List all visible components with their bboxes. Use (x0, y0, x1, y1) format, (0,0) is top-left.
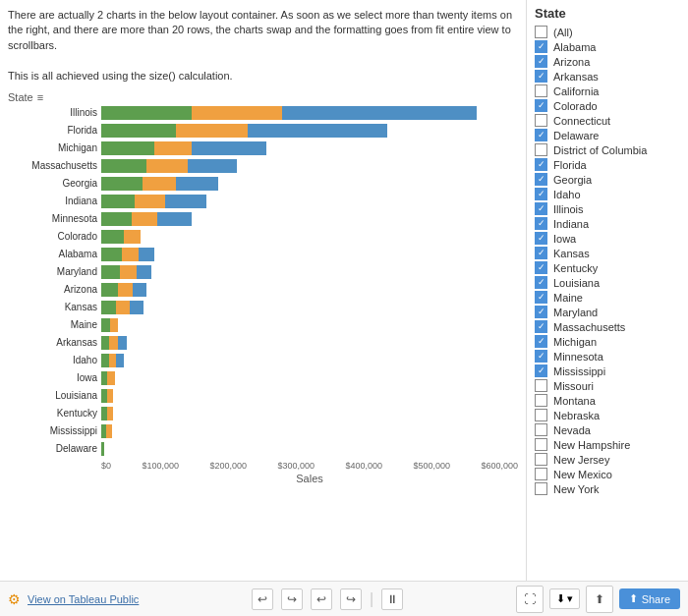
sidebar-item[interactable]: Illinois (527, 201, 688, 216)
download-button[interactable]: ⬇ ▾ (549, 588, 580, 609)
checkbox[interactable] (535, 276, 547, 289)
checkbox[interactable] (535, 247, 547, 259)
checkbox[interactable] (535, 55, 547, 68)
row-label: Alabama (8, 249, 101, 259)
bar-orange (120, 265, 137, 279)
checkbox[interactable] (535, 438, 547, 451)
row-label: Kentucky (8, 408, 101, 419)
sidebar-item-label: Arkansas (553, 71, 599, 83)
sidebar-item[interactable]: New Jersey (527, 452, 688, 467)
checkbox[interactable] (535, 129, 547, 141)
sidebar-item[interactable]: Louisiana (527, 275, 688, 290)
filter-icon[interactable]: ≡ (37, 91, 43, 103)
checkbox[interactable] (535, 114, 547, 127)
sidebar-item[interactable]: Missouri (527, 378, 688, 393)
sidebar-item-label: Illinois (553, 203, 584, 215)
checkbox[interactable] (535, 40, 547, 53)
sidebar-item[interactable]: Nevada (527, 422, 688, 437)
bar-green (101, 141, 154, 155)
back-button[interactable]: ↩ (311, 588, 332, 610)
checkbox[interactable] (535, 482, 547, 495)
sidebar-item[interactable]: Florida (527, 157, 688, 172)
row-label: Delaware (8, 443, 101, 454)
sidebar-item[interactable]: Idaho (527, 187, 688, 201)
sidebar-item-label: Iowa (553, 233, 576, 245)
checkbox[interactable] (535, 453, 547, 466)
forward-button[interactable]: ↪ (340, 588, 362, 610)
sidebar-item[interactable]: Arizona (527, 54, 688, 69)
checkbox[interactable] (535, 306, 547, 318)
checkbox[interactable] (535, 350, 547, 363)
sidebar-item[interactable]: Indiana (527, 216, 688, 231)
bar-green (101, 301, 116, 314)
sidebar-item[interactable]: New Hampshire (527, 437, 688, 452)
checkbox[interactable] (535, 173, 547, 186)
sidebar-item[interactable]: Connecticut (527, 113, 688, 128)
sidebar-item[interactable]: Kansas (527, 246, 688, 260)
checkbox[interactable] (535, 188, 547, 200)
checkbox[interactable] (535, 379, 547, 392)
checkbox[interactable] (535, 320, 547, 333)
table-row: Colorado (8, 229, 518, 245)
sidebar-item[interactable]: (All) (527, 25, 688, 39)
view-tableau-link[interactable]: View on Tableau Public (28, 593, 139, 605)
sidebar-item[interactable]: Maine (527, 290, 688, 305)
sidebar-item-label: New Hampshire (553, 439, 630, 451)
fullscreen-button[interactable]: ⛶ (516, 586, 544, 613)
row-bars (101, 177, 218, 191)
table-row: Florida (8, 123, 518, 139)
sidebar-item[interactable]: Alabama (527, 39, 688, 54)
sidebar-item[interactable]: New Mexico (527, 467, 688, 481)
checkbox[interactable] (535, 232, 547, 245)
checkbox[interactable] (535, 70, 547, 83)
sidebar-item-label: Colorado (553, 100, 598, 112)
checkbox[interactable] (535, 394, 547, 407)
undo-button[interactable]: ↩ (252, 588, 273, 610)
checkbox[interactable] (535, 423, 547, 436)
checkbox[interactable] (535, 84, 547, 97)
chart-wrapper: State ≡ IllinoisFloridaMichiganMassachus… (8, 91, 518, 581)
checkbox[interactable] (535, 217, 547, 230)
checkbox[interactable] (535, 409, 547, 421)
table-row: Kentucky (8, 406, 518, 421)
checkbox[interactable] (535, 261, 547, 274)
redo-button[interactable]: ↪ (281, 588, 303, 610)
checkbox[interactable] (535, 468, 547, 480)
sidebar-item-label: Delaware (553, 130, 599, 141)
sidebar-item[interactable]: Delaware (527, 128, 688, 142)
share-button[interactable]: ⬆ Share (619, 588, 680, 609)
sidebar-item[interactable]: New York (527, 481, 688, 496)
checkbox[interactable] (535, 158, 547, 171)
checkbox[interactable] (535, 291, 547, 304)
bar-orange (118, 283, 133, 297)
sidebar-item[interactable]: Montana (527, 393, 688, 408)
checkbox[interactable] (535, 364, 547, 377)
sidebar-item[interactable]: Maryland (527, 305, 688, 319)
sidebar-item[interactable]: Massachusetts (527, 319, 688, 334)
sidebar-item[interactable]: District of Columbia (527, 142, 688, 157)
sidebar-item[interactable]: Minnesota (527, 349, 688, 364)
bar-green (101, 106, 192, 120)
pause-button[interactable]: ⏸ (381, 588, 403, 610)
sidebar-item[interactable]: Arkansas (527, 69, 688, 84)
sidebar-item[interactable]: Michigan (527, 334, 688, 349)
bar-blue (133, 283, 146, 297)
checkbox[interactable] (535, 335, 547, 348)
checkbox[interactable] (535, 26, 547, 38)
sidebar-item[interactable]: Colorado (527, 98, 688, 113)
bar-green (101, 230, 124, 244)
bar-blue (282, 106, 478, 120)
checkbox[interactable] (535, 202, 547, 215)
checkbox[interactable] (535, 143, 547, 156)
share-icon-button[interactable]: ⬆ (586, 586, 613, 613)
sidebar-item[interactable]: Kentucky (527, 260, 688, 275)
row-bars (101, 301, 143, 314)
bar-blue (139, 248, 153, 261)
sidebar-item[interactable]: California (527, 84, 688, 98)
sidebar-item[interactable]: Georgia (527, 172, 688, 187)
sidebar-item[interactable]: Iowa (527, 231, 688, 246)
row-bars (101, 424, 112, 438)
checkbox[interactable] (535, 99, 547, 112)
sidebar-item[interactable]: Mississippi (527, 364, 688, 378)
sidebar-item[interactable]: Nebraska (527, 408, 688, 422)
